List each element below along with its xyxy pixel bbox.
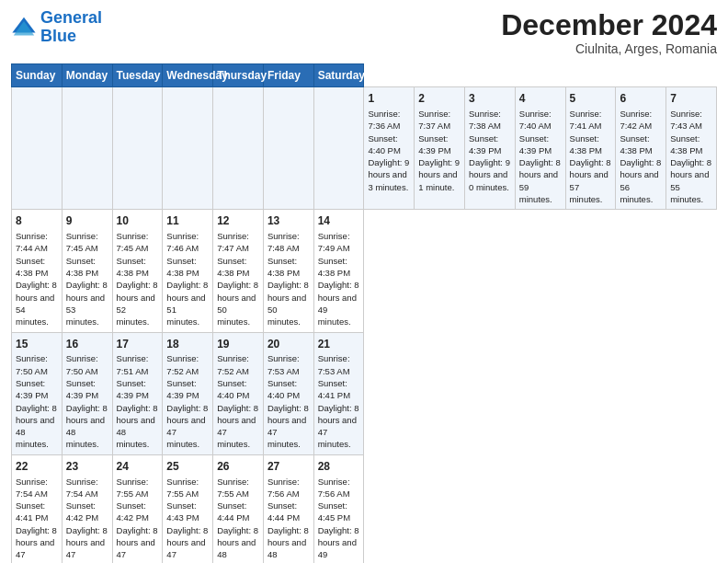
day-number: 18 (166, 337, 209, 352)
sunset: Sunset: 4:44 PM (217, 500, 249, 523)
day-cell: 9Sunrise: 7:45 AMSunset: 4:38 PMDaylight… (62, 210, 112, 332)
daylight: Daylight: 8 hours and 56 minutes. (620, 157, 661, 204)
sunrise: Sunrise: 7:46 AM (166, 231, 199, 253)
day-cell: 27Sunrise: 7:56 AMSunset: 4:44 PMDayligh… (263, 454, 313, 563)
daylight: Daylight: 8 hours and 47 minutes. (16, 525, 57, 563)
sunset: Sunset: 4:39 PM (16, 378, 48, 400)
day-cell: 28Sunrise: 7:56 AMSunset: 4:45 PMDayligh… (313, 454, 364, 563)
daylight: Daylight: 8 hours and 54 minutes. (16, 280, 57, 327)
sunrise: Sunrise: 7:52 AM (217, 353, 249, 375)
week-row-3: 22Sunrise: 7:54 AMSunset: 4:41 PMDayligh… (12, 454, 717, 563)
sunset: Sunset: 4:38 PM (570, 133, 602, 155)
daylight: Daylight: 8 hours and 47 minutes. (66, 525, 108, 563)
day-cell: 6Sunrise: 7:42 AMSunset: 4:38 PMDaylight… (616, 87, 666, 210)
sunrise: Sunrise: 7:56 AM (267, 477, 300, 499)
col-thursday: Thursday (213, 64, 264, 87)
day-number: 21 (318, 337, 360, 352)
daylight: Daylight: 8 hours and 48 minutes. (267, 525, 309, 563)
daylight: Daylight: 8 hours and 50 minutes. (217, 280, 258, 327)
day-cell: 12Sunrise: 7:47 AMSunset: 4:38 PMDayligh… (213, 210, 264, 332)
day-cell: 23Sunrise: 7:54 AMSunset: 4:42 PMDayligh… (62, 454, 112, 563)
day-number: 7 (670, 91, 712, 107)
day-number: 4 (519, 91, 562, 107)
daylight: Daylight: 8 hours and 59 minutes. (519, 157, 561, 204)
daylight: Daylight: 8 hours and 52 minutes. (117, 280, 158, 327)
day-cell: 3Sunrise: 7:38 AMSunset: 4:39 PMDaylight… (465, 87, 516, 210)
calendar-subtitle: Ciulnita, Arges, Romania (501, 41, 717, 56)
day-cell (263, 87, 313, 210)
logo-text: General Blue (40, 9, 102, 46)
day-cell: 8Sunrise: 7:44 AMSunset: 4:38 PMDaylight… (12, 210, 63, 332)
day-cell: 4Sunrise: 7:40 AMSunset: 4:39 PMDaylight… (515, 87, 565, 210)
day-cell: 11Sunrise: 7:46 AMSunset: 4:38 PMDayligh… (163, 210, 213, 332)
sunset: Sunset: 4:38 PM (318, 256, 350, 278)
day-number: 23 (66, 459, 108, 475)
day-number: 15 (16, 337, 58, 352)
daylight: Daylight: 8 hours and 57 minutes. (570, 157, 611, 204)
day-number: 6 (620, 91, 662, 107)
sunset: Sunset: 4:42 PM (117, 500, 149, 523)
sunrise: Sunrise: 7:55 AM (166, 477, 199, 499)
sunset: Sunset: 4:40 PM (368, 133, 400, 155)
day-number: 16 (66, 337, 108, 352)
header: General Blue December 2024 Ciulnita, Arg… (11, 9, 717, 56)
daylight: Daylight: 8 hours and 48 minutes. (16, 403, 57, 450)
col-wednesday: Wednesday (163, 64, 213, 87)
day-cell: 22Sunrise: 7:54 AMSunset: 4:41 PMDayligh… (12, 454, 63, 563)
daylight: Daylight: 8 hours and 48 minutes. (217, 525, 258, 563)
sunset: Sunset: 4:38 PM (670, 133, 702, 155)
sunset: Sunset: 4:38 PM (66, 256, 98, 278)
sunrise: Sunrise: 7:48 AM (267, 231, 300, 253)
day-cell: 17Sunrise: 7:51 AMSunset: 4:39 PMDayligh… (112, 332, 163, 454)
daylight: Daylight: 8 hours and 47 minutes. (117, 525, 158, 563)
sunrise: Sunrise: 7:49 AM (318, 231, 350, 253)
daylight: Daylight: 8 hours and 55 minutes. (670, 157, 711, 204)
day-cell: 21Sunrise: 7:53 AMSunset: 4:41 PMDayligh… (313, 332, 364, 454)
sunrise: Sunrise: 7:54 AM (16, 477, 48, 499)
sunrise: Sunrise: 7:56 AM (318, 477, 350, 499)
sunrise: Sunrise: 7:38 AM (469, 109, 501, 131)
logo: General Blue (11, 9, 102, 46)
sunset: Sunset: 4:45 PM (318, 500, 350, 523)
col-monday: Monday (62, 64, 112, 87)
day-number: 12 (217, 213, 259, 229)
day-cell: 13Sunrise: 7:48 AMSunset: 4:38 PMDayligh… (263, 210, 313, 332)
week-row-0: 1Sunrise: 7:36 AMSunset: 4:40 PMDaylight… (12, 87, 717, 210)
sunset: Sunset: 4:38 PM (620, 133, 652, 155)
sunset: Sunset: 4:39 PM (117, 378, 149, 400)
sunrise: Sunrise: 7:36 AM (368, 109, 400, 131)
daylight: Daylight: 9 hours and 3 minutes. (368, 157, 409, 192)
daylight: Daylight: 8 hours and 53 minutes. (66, 280, 108, 327)
daylight: Daylight: 8 hours and 49 minutes. (318, 280, 359, 327)
sunrise: Sunrise: 7:45 AM (117, 231, 149, 253)
day-cell: 15Sunrise: 7:50 AMSunset: 4:39 PMDayligh… (12, 332, 63, 454)
col-sunday: Sunday (12, 64, 63, 87)
day-number: 24 (117, 459, 159, 475)
sunset: Sunset: 4:38 PM (217, 256, 249, 278)
daylight: Daylight: 8 hours and 47 minutes. (166, 403, 208, 450)
header-row: Sunday Monday Tuesday Wednesday Thursday… (12, 64, 717, 87)
sunset: Sunset: 4:39 PM (418, 133, 450, 155)
calendar-table: Sunday Monday Tuesday Wednesday Thursday… (11, 63, 717, 563)
day-number: 26 (217, 459, 259, 475)
day-number: 1 (368, 91, 410, 107)
sunrise: Sunrise: 7:45 AM (66, 231, 98, 253)
day-number: 13 (267, 213, 310, 229)
sunrise: Sunrise: 7:50 AM (66, 353, 98, 375)
sunrise: Sunrise: 7:43 AM (670, 109, 702, 131)
sunrise: Sunrise: 7:50 AM (16, 353, 48, 375)
sunset: Sunset: 4:38 PM (16, 256, 48, 278)
week-row-1: 8Sunrise: 7:44 AMSunset: 4:38 PMDaylight… (12, 210, 717, 332)
sunset: Sunset: 4:38 PM (117, 256, 149, 278)
sunset: Sunset: 4:42 PM (66, 500, 98, 523)
sunrise: Sunrise: 7:41 AM (570, 109, 602, 131)
sunrise: Sunrise: 7:51 AM (117, 353, 149, 375)
day-number: 27 (267, 459, 310, 475)
daylight: Daylight: 8 hours and 47 minutes. (166, 525, 208, 563)
daylight: Daylight: 8 hours and 50 minutes. (267, 280, 309, 327)
daylight: Daylight: 8 hours and 48 minutes. (66, 403, 108, 450)
sunset: Sunset: 4:41 PM (16, 500, 48, 523)
daylight: Daylight: 9 hours and 0 minutes. (469, 157, 510, 192)
sunset: Sunset: 4:43 PM (166, 500, 199, 523)
day-number: 25 (166, 459, 209, 475)
